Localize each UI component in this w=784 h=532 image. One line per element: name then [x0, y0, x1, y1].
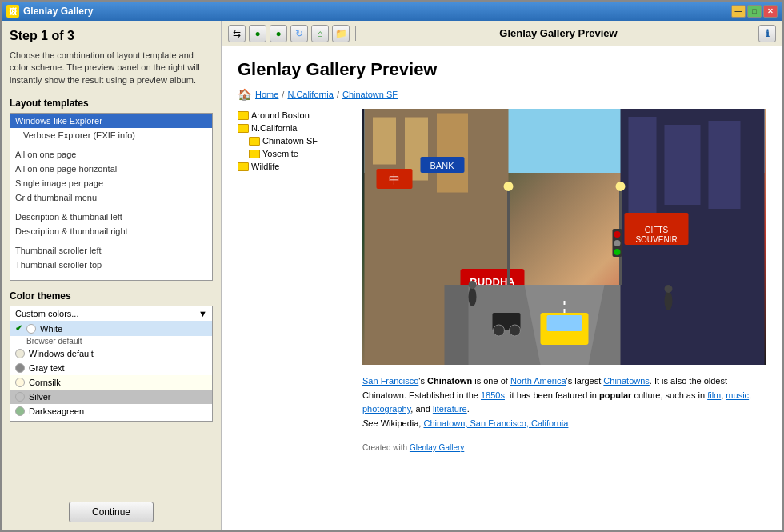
layout-item-single-image[interactable]: Single image per page — [10, 176, 212, 190]
color-item-browser-default[interactable]: Browser default — [10, 336, 212, 346]
svg-point-31 — [614, 240, 621, 246]
layout-item-all-one-horiz[interactable]: All on one page horizontal — [10, 162, 212, 176]
music-link[interactable]: music — [726, 390, 749, 400]
breadcrumb-home[interactable]: Home — [255, 90, 278, 99]
cornsilk-dot — [15, 378, 25, 387]
sf-link[interactable]: San Francisco — [362, 376, 418, 386]
color-item-darkseagreen[interactable]: Darkseagreen — [10, 404, 212, 418]
title-bar-buttons: — □ ✕ — [731, 5, 778, 18]
layout-item-desc-thumb-right[interactable]: Description & thumbnail right — [10, 224, 212, 238]
tree-item-yosemite[interactable]: Yosemite — [238, 147, 350, 160]
minimize-button[interactable]: — — [731, 5, 746, 18]
main-layout: Step 1 of 3 Choose the combination of la… — [2, 21, 782, 530]
nav-folder-button[interactable]: 📁 — [332, 25, 350, 42]
white-dot — [26, 324, 36, 334]
svg-point-39 — [665, 285, 673, 293]
nav-forward-icon: ● — [275, 28, 281, 39]
film-link[interactable]: film — [707, 390, 721, 400]
color-item-windows-default[interactable]: Windows default — [10, 346, 212, 361]
svg-point-37 — [469, 281, 477, 289]
1850s-link[interactable]: 1850s — [481, 390, 505, 400]
wikipedia-link[interactable]: Chinatown, San Francisco, California — [423, 418, 568, 428]
toolbar-separator — [355, 26, 356, 41]
see-label: See — [362, 418, 378, 428]
layout-item-thumb-scroll-left[interactable]: Thumbnail scroller left — [10, 243, 212, 258]
svg-point-32 — [614, 249, 621, 255]
color-white-label: White — [40, 324, 62, 334]
breadcrumb-chinatown[interactable]: Chinatown SF — [342, 90, 398, 99]
title-bar-left: 🖼 Glenlay Gallery — [6, 5, 93, 18]
literature-link[interactable]: literature — [433, 404, 467, 414]
preview-area[interactable]: Glenlay Gallery Preview 🏠 Home / N.Calif… — [222, 46, 782, 530]
chinatowns-link[interactable]: Chinatowns — [603, 376, 649, 386]
color-item-custom[interactable]: Custom colors... ▼ — [10, 306, 212, 321]
color-item-white[interactable]: ✔ White — [10, 321, 212, 336]
tree-item-around-boston[interactable]: Around Boston — [238, 109, 350, 122]
nav-arrows-button[interactable]: ⇆ — [228, 25, 246, 42]
svg-text:中: 中 — [389, 174, 400, 186]
glenlay-link[interactable]: Glenlay Gallery — [410, 443, 464, 452]
step-description: Choose the combination of layout templat… — [10, 50, 213, 86]
footer-text: Created with Glenlay Gallery — [362, 443, 766, 452]
color-themes-list[interactable]: Custom colors... ▼ ✔ White Browser defau… — [10, 306, 213, 422]
layout-templates-label: Layout templates — [10, 98, 213, 109]
photography-link[interactable]: photography — [362, 404, 410, 414]
tree-item-wildlife[interactable]: Wildlife — [238, 160, 350, 173]
silver-dot — [15, 392, 25, 402]
tree-item-chinatown[interactable]: Chinatown SF — [238, 134, 350, 147]
folder-icon-wildlife — [238, 162, 249, 171]
tree-item-ncalifornia[interactable]: N.California — [238, 122, 350, 134]
nav-home-button[interactable]: ⌂ — [311, 25, 329, 42]
gray-dot — [15, 363, 25, 373]
layout-item-verbose-explorer[interactable]: Verbose Explorer (EXIF info) — [10, 128, 212, 142]
svg-rect-2 — [373, 117, 397, 165]
help-icon: ℹ — [766, 28, 770, 39]
folder-icon-around-boston — [238, 111, 249, 120]
svg-rect-20 — [665, 125, 701, 205]
svg-point-26 — [504, 182, 514, 191]
svg-point-35 — [510, 325, 521, 336]
svg-text:BANK: BANK — [430, 161, 455, 170]
nav-back-icon: ● — [254, 28, 260, 39]
svg-point-28 — [616, 182, 626, 191]
layout-item-thumb-scroll-top[interactable]: Thumbnail scroller top — [10, 258, 212, 272]
breadcrumb-ncalifornia[interactable]: N.California — [287, 90, 333, 99]
app-icon: 🖼 — [6, 5, 19, 18]
north-america-link[interactable]: North America — [510, 376, 566, 386]
title-bar: 🖼 Glenlay Gallery — □ ✕ — [2, 2, 782, 21]
color-item-cornsilk[interactable]: Cornsilk — [10, 375, 212, 390]
svg-point-36 — [469, 287, 477, 306]
continue-button[interactable]: Continue — [69, 502, 154, 522]
layout-item-all-one-page[interactable]: All on one page — [10, 147, 212, 162]
windows-default-dot — [15, 349, 25, 358]
layout-item-windows-explorer[interactable]: Windows-like Explorer — [10, 114, 212, 128]
svg-text:SOUVENIR: SOUVENIR — [635, 235, 677, 244]
nav-arrows-icon: ⇆ — [233, 28, 241, 39]
home-breadcrumb-icon: 🏠 — [238, 88, 251, 101]
photo-section: 中 BANK BUDDHA — [362, 109, 766, 452]
layout-item-grid-thumb[interactable]: Grid thumbnail menu — [10, 190, 212, 205]
breadcrumb: 🏠 Home / N.California / Chinatown SF — [238, 88, 766, 101]
nav-refresh-button[interactable]: ↻ — [290, 25, 308, 42]
nav-refresh-icon: ↻ — [295, 28, 303, 39]
color-item-gray-text[interactable]: Gray text — [10, 361, 212, 375]
svg-rect-21 — [709, 121, 741, 209]
nav-back-button[interactable]: ● — [249, 25, 266, 42]
nav-forward-button[interactable]: ● — [270, 25, 287, 42]
preview-toolbar: ⇆ ● ● ↻ ⌂ 📁 Glenlay Gallery Previ — [222, 21, 782, 46]
maximize-button[interactable]: □ — [747, 5, 762, 18]
popular-strong: popular — [599, 390, 631, 400]
white-check-icon: ✔ — [15, 323, 22, 334]
dropdown-arrow-icon: ▼ — [198, 309, 207, 318]
help-button[interactable]: ℹ — [758, 25, 776, 42]
preview-body: Around Boston N.California Chinatown SF — [238, 109, 766, 452]
close-button[interactable]: ✕ — [763, 5, 778, 18]
layout-templates-list[interactable]: Windows-like Explorer Verbose Explorer (… — [10, 113, 213, 281]
nav-folder-icon: 📁 — [335, 28, 347, 39]
svg-rect-4 — [437, 113, 469, 193]
custom-colors-label: Custom colors... — [15, 309, 78, 318]
file-tree: Around Boston N.California Chinatown SF — [238, 109, 350, 452]
window-title: Glenlay Gallery — [23, 6, 93, 17]
layout-item-desc-thumb-left[interactable]: Description & thumbnail left — [10, 210, 212, 224]
color-item-silver[interactable]: Silver — [10, 390, 212, 404]
